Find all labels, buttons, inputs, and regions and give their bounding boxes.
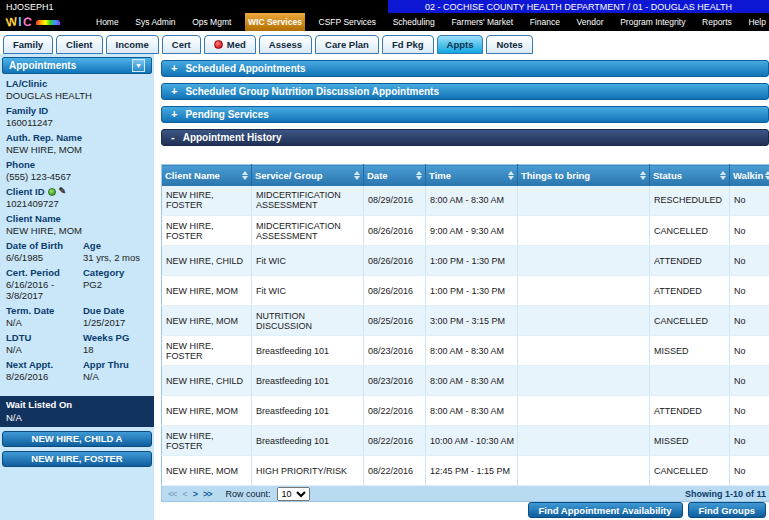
field-pair-ldtu-weeks: LDTU N/A Weeks PG 18 [0,328,154,355]
tab-income[interactable]: Income [106,35,159,54]
table-row[interactable]: NEW HIRE, MOM Fit WIC 08/26/2016 1:00 PM… [162,276,769,306]
field-label: Client Name [6,213,148,224]
find-appointment-availability-button[interactable]: Find Appointment Availability [528,502,683,518]
tab-fd-pkg[interactable]: Fd Pkg [382,35,434,54]
section-label: Pending Services [185,109,268,120]
cell-client-name: NEW HIRE, MOM [162,306,252,336]
sidebar: Appointments ▼ LA/Clinic DOUGLAS HEALTH … [0,54,156,520]
tab-med[interactable]: Med [204,35,256,54]
tab-notes[interactable]: Notes [486,35,532,54]
field-label: Phone [6,159,148,170]
field-label: Next Appt. [6,359,71,370]
last-page-button[interactable]: >> [203,489,212,499]
row-count-select[interactable]: 10 [277,487,310,501]
cell-things-to-bring [518,426,650,456]
cell-date: 08/29/2016 [364,186,426,216]
section-appointment-history[interactable]: - Appointment History [161,129,769,146]
menu-item-csfp-services[interactable]: CSFP Services [316,13,379,31]
table-row[interactable]: NEW HIRE, FOSTER Breastfeeding 101 08/22… [162,426,769,456]
cell-walkin: No [730,216,769,246]
client-status-icon [48,188,56,196]
tab-appts[interactable]: Appts [437,35,484,54]
cell-service-group: MIDCERTIFICATION ASSESSMENT [252,216,364,246]
cell-status: MISSED [650,336,730,366]
chevron-down-icon[interactable]: ▼ [132,59,145,72]
col-service-group[interactable]: Service/ Group [252,165,364,186]
client-button-new-hire-child-a[interactable]: NEW HIRE, CHILD A [2,431,152,447]
field-next-appt: Next Appt. 8/26/2016 [0,355,77,382]
table-row[interactable]: NEW HIRE, CHILD Fit WIC 08/26/2016 1:00 … [162,246,769,276]
col-label: Client Name [165,170,220,181]
sort-icon[interactable] [720,171,726,180]
cell-time: 8:00 AM - 8:30 AM [426,396,518,426]
sort-icon[interactable] [354,171,360,180]
content-area: Appointments ▼ LA/Clinic DOUGLAS HEALTH … [0,54,769,520]
col-status[interactable]: Status [650,165,730,186]
prev-page-button[interactable]: < [183,489,187,499]
field-value: (555) 123-4567 [6,170,148,182]
cell-date: 08/23/2016 [364,366,426,396]
field-phone: Phone (555) 123-4567 [0,155,154,182]
menu-item-sys-admin[interactable]: Sys Admin [132,13,178,31]
table-row[interactable]: NEW HIRE, MOM Breastfeeding 101 08/22/20… [162,396,769,426]
cell-date: 08/22/2016 [364,396,426,426]
find-groups-button[interactable]: Find Groups [688,502,766,518]
rainbow-icon [36,20,60,25]
menu-item-vendor[interactable]: Vendor [574,13,607,31]
cell-status: CANCELLED [650,216,730,246]
cell-time: 3:00 PM - 3:15 PM [426,306,518,336]
row-count-label: Row count: [226,489,271,499]
cell-time: 10:00 AM - 10:30 AM [426,426,518,456]
menu-item-home[interactable]: Home [93,13,122,31]
field-value: 18 [83,343,148,355]
sort-icon[interactable] [508,171,514,180]
sidebar-header[interactable]: Appointments ▼ [2,57,152,74]
field-label: Due Date [83,305,148,316]
sort-icon[interactable] [765,171,769,180]
col-client-name[interactable]: Client Name [162,165,252,186]
col-walkin[interactable]: Walkin [730,165,769,186]
col-things-to-bring[interactable]: Things to bring [518,165,650,186]
menu-items: Home Sys Admin Ops Mgmt WIC Services CSF… [93,13,769,31]
tab-family[interactable]: Family [3,35,53,54]
sort-icon[interactable] [242,171,248,180]
section-pending-services[interactable]: + Pending Services [161,106,769,123]
cell-service-group: Breastfeeding 101 [252,336,364,366]
field-weeks-pg: Weeks PG 18 [77,328,154,355]
cell-client-name: NEW HIRE, FOSTER [162,216,252,246]
next-page-button[interactable]: > [193,489,197,499]
client-button-new-hire-foster[interactable]: NEW HIRE, FOSTER [2,451,152,467]
sort-icon[interactable] [640,171,646,180]
field-client-name: Client Name NEW HIRE, MOM [0,209,154,236]
table-row[interactable]: NEW HIRE, CHILD Breastfeeding 101 08/23/… [162,366,769,396]
cell-date: 08/22/2016 [364,426,426,456]
tab-assess[interactable]: Assess [259,35,312,54]
menu-item-reports[interactable]: Reports [699,13,735,31]
section-label: Appointment History [183,132,282,143]
menu-item-program-integrity[interactable]: Program Integrity [617,13,688,31]
menu-item-farmers-market[interactable]: Farmers' Market [448,13,516,31]
table-row[interactable]: NEW HIRE, MOM NUTRITION DISCUSSION 08/25… [162,306,769,336]
first-page-button[interactable]: << [168,489,177,499]
menu-item-finance[interactable]: Finance [527,13,563,31]
tab-cert[interactable]: Cert [162,35,201,54]
menu-item-wic-services[interactable]: WIC Services [245,13,305,31]
menu-item-ops-mgmt[interactable]: Ops Mgmt [189,13,234,31]
table-row[interactable]: NEW HIRE, FOSTER MIDCERTIFICATION ASSESS… [162,216,769,246]
sort-icon[interactable] [416,171,422,180]
section-scheduled-group-nutrition[interactable]: + Scheduled Group Nutrition Discussion A… [161,83,769,100]
table-row[interactable]: NEW HIRE, FOSTER MIDCERTIFICATION ASSESS… [162,186,769,216]
table-row[interactable]: NEW HIRE, FOSTER Breastfeeding 101 08/23… [162,336,769,366]
table-row[interactable]: NEW HIRE, MOM HIGH PRIORITY/RISK 08/22/2… [162,456,769,486]
menu-item-help[interactable]: Help [745,13,768,31]
tab-care-plan[interactable]: Care Plan [315,35,379,54]
field-value: DOUGLAS HEALTH [6,89,148,101]
tab-client[interactable]: Client [56,35,102,54]
col-time[interactable]: Time [426,165,518,186]
section-scheduled-appointments[interactable]: + Scheduled Appointments [161,60,769,77]
menu-item-scheduling[interactable]: Scheduling [390,13,438,31]
logo-letter: W [5,15,18,28]
col-date[interactable]: Date [364,165,426,186]
field-value: 1021409727 [6,197,148,209]
edit-pencil-icon[interactable]: ✎ [59,187,67,196]
